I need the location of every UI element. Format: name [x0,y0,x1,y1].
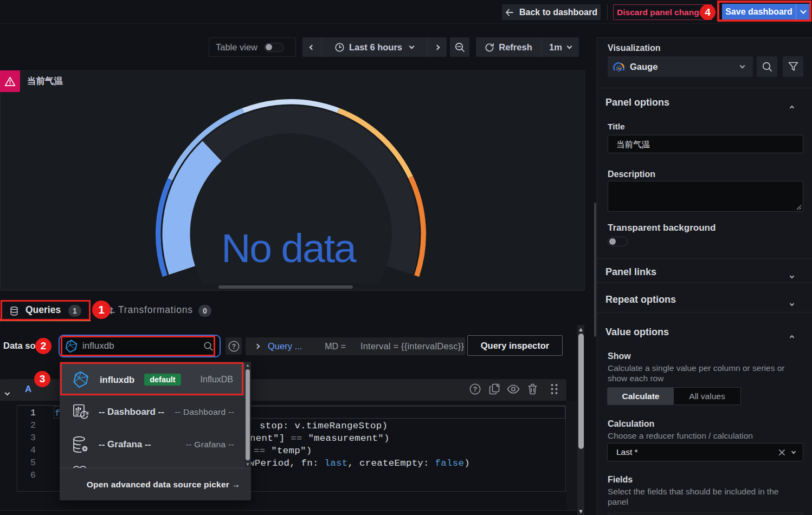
svg-text:?: ? [231,343,235,350]
svg-text:79: 79 [617,67,621,70]
svg-text:?: ? [473,386,477,393]
